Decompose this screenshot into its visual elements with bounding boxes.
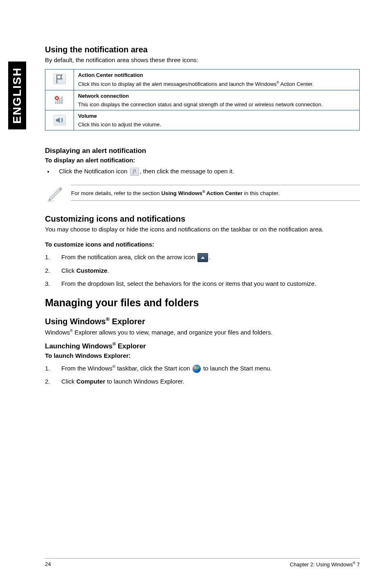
intro-customizing: You may choose to display or hide the ic…	[45, 225, 360, 233]
bullet-text: Click the Notification icon , then click…	[59, 168, 234, 176]
heading-notification-area: Using the notification area	[45, 45, 360, 54]
svg-rect-2	[59, 98, 61, 104]
pencil-note-icon	[45, 183, 65, 203]
intro-windows-explorer: Windows® Explorer allows you to view, ma…	[45, 328, 360, 337]
list-item: 2. Click Computer to launch Windows Expl…	[45, 377, 360, 386]
table-row: Network connection This icon displays th…	[45, 90, 360, 110]
intro-notification-area: By default, the notification area shows …	[45, 56, 360, 64]
volume-icon	[54, 115, 66, 126]
svg-rect-3	[61, 97, 63, 104]
cell-title: Network connection	[78, 93, 355, 99]
customize-steps: 1. From the notification area, click on …	[45, 253, 360, 288]
page-number: 24	[45, 561, 51, 568]
note-block: For more details, refer to the section U…	[45, 183, 360, 203]
list-item: 2. Click Customize.	[45, 266, 360, 275]
cell-content: Action Center notification Click this ic…	[74, 70, 360, 90]
icon-cell	[45, 110, 74, 130]
svg-point-5	[47, 200, 55, 202]
table-row: Action Center notification Click this ic…	[45, 70, 360, 90]
step-number: 1.	[45, 253, 61, 262]
subheading-display-alert: To display an alert notification:	[45, 157, 360, 164]
icon-cell	[45, 90, 74, 110]
icon-cell	[45, 70, 74, 90]
chapter-label: Chapter 2: Using Windows® 7	[290, 561, 360, 568]
note-text: For more details, refer to the section U…	[71, 185, 360, 201]
step-text: Click Computer to launch Windows Explore…	[61, 377, 184, 386]
launch-steps: 1. From the Windows® taskbar, click the …	[45, 364, 360, 386]
network-icon	[54, 94, 66, 105]
bullet-icon	[47, 171, 49, 173]
start-orb-icon	[193, 365, 201, 373]
cell-content: Network connection This icon displays th…	[74, 90, 360, 110]
list-item: 1. From the Windows® taskbar, click the …	[45, 364, 360, 373]
notification-icons-table: Action Center notification Click this ic…	[45, 69, 360, 130]
cell-desc: Click this icon to adjust the volume.	[78, 121, 355, 128]
arrow-up-icon	[197, 253, 208, 262]
step-text: From the Windows® taskbar, click the Sta…	[61, 364, 272, 373]
step-number: 2.	[45, 266, 61, 275]
language-tab: ENGLISH	[8, 61, 26, 129]
heading-windows-explorer: Using Windows® Explorer	[45, 316, 360, 326]
step-text: Click Customize.	[61, 266, 109, 275]
subheading-launch-explorer: To launch Windows Explorer:	[45, 352, 360, 359]
bullet-click-notification: Click the Notification icon , then click…	[45, 168, 360, 176]
step-number: 2.	[45, 377, 61, 386]
heading-display-alert: Displaying an alert notification	[45, 147, 360, 155]
step-text: From the notification area, click on the…	[61, 253, 211, 262]
list-item: 1. From the notification area, click on …	[45, 253, 360, 262]
cell-title: Action Center notification	[78, 72, 355, 78]
cell-desc: This icon displays the connection status…	[78, 101, 355, 108]
svg-rect-1	[57, 100, 58, 104]
table-row: Volume Click this icon to adjust the vol…	[45, 110, 360, 130]
cell-title: Volume	[78, 113, 355, 119]
svg-rect-0	[55, 101, 56, 104]
page-footer: 24 Chapter 2: Using Windows® 7	[45, 558, 360, 568]
cell-desc: Click this icon to display all the alert…	[78, 81, 355, 87]
list-item: 3. From the dropdown list, select the be…	[45, 279, 360, 288]
notification-flag-icon	[130, 168, 139, 176]
step-text: From the dropdown list, select the behav…	[61, 279, 316, 288]
heading-launching-explorer: Launching Windows® Explorer	[45, 341, 360, 350]
action-center-flag-icon	[54, 74, 66, 84]
heading-managing-files: Managing your files and folders	[45, 297, 360, 309]
step-number: 1.	[45, 364, 61, 373]
step-number: 3.	[45, 279, 61, 288]
subheading-customize: To customize icons and notifications:	[45, 241, 360, 248]
cell-content: Volume Click this icon to adjust the vol…	[74, 110, 360, 130]
heading-customizing: Customizing icons and notifications	[45, 214, 360, 224]
page-content: Using the notification area By default, …	[45, 45, 360, 393]
